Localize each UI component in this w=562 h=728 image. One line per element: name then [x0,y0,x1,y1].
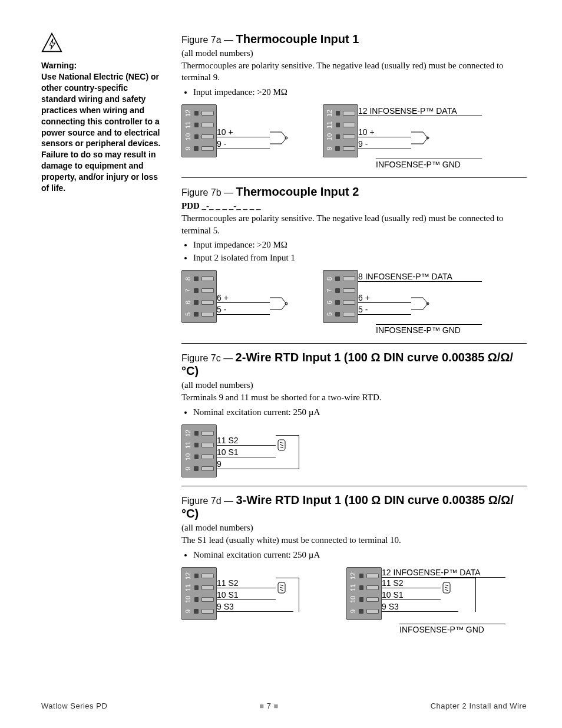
diagram-left: 12 11 10 9 11 S2 10 S1 9 [181,424,323,477]
diagram-right: 12 11 10 9 12 INFOSENSE-P™ DATA 11 S2 10… [346,567,523,638]
diagram-left: 8 7 6 5 6 + 5 - [181,270,299,335]
figure-caption: Figure 7a — Thermocouple Input 1 [181,32,527,46]
terminal-block: 12 11 10 9 [181,567,217,638]
figure-note: Terminals 9 and 11 must be shorted for a… [181,391,527,403]
figure-subtitle: (all model numbers) [181,48,527,58]
model-code: PDD _-_ _ _ _-_ _ _ _ [181,201,527,211]
figure-7b: Figure 7b — Thermocouple Input 2 PDD _-_… [181,185,527,335]
warning-heading: Warning: [41,61,165,70]
figure-7d: Figure 7d — 3-Wire RTD Input 1 (100 Ω DI… [181,493,527,638]
thermocouple-icon [270,295,293,312]
warning-text: Use National Electric (NEC) or other cou… [41,71,165,194]
terminal-block: 12 11 10 9 [181,424,217,477]
spec-list: Input impedance: >20 MΩ Input 2 isolated… [181,239,527,265]
hazard-icon [41,32,62,54]
section-divider [181,343,527,344]
main-content: Figure 7a — Thermocouple Input 1 (all mo… [181,32,527,646]
wiring-diagrams: 12 11 10 9 10 + 9 - [181,104,527,169]
figure-7a: Figure 7a — Thermocouple Input 1 (all mo… [181,32,527,169]
wiring-diagrams: 12 11 10 9 11 S2 10 S1 9 S3 [181,567,527,638]
thermocouple-icon [411,129,435,147]
figure-note: Thermocouples are polarity sensitive. Th… [181,212,527,236]
page-footer: Watlow Series PD 7 Chapter 2 Install and… [41,701,527,710]
terminal-block: 8 7 6 5 [323,270,358,335]
figure-caption: Figure 7d — 3-Wire RTD Input 1 (100 Ω DI… [181,493,527,521]
spec-item: Input impedance: >20 MΩ [193,86,527,99]
diagram-left: 12 11 10 9 11 S2 10 S1 9 S3 [181,567,323,638]
spec-list: Nominal excitation current: 250 µA [181,549,527,562]
spec-list: Nominal excitation current: 250 µA [181,406,527,419]
page-number: 7 [259,701,279,710]
terminal-block: 12 11 10 9 [181,104,217,169]
diagram-left: 12 11 10 9 10 + 9 - [181,104,299,169]
spec-item: Nominal excitation current: 250 µA [193,549,527,562]
figure-caption: Figure 7b — Thermocouple Input 2 [181,185,527,199]
terminal-block: 8 7 6 5 [181,270,217,335]
figure-note: Thermocouples are polarity sensitive. Th… [181,60,527,84]
diagram-right: 8 7 6 5 8 INFOSENSE-P™ DATA 6 + 5 - INFO… [323,270,494,335]
diagram-right: 12 11 10 9 12 INFOSENSE-P™ DATA 10 + 9 -… [323,104,494,169]
terminal-block: 12 11 10 9 [346,567,382,638]
spec-item: Input impedance: >20 MΩ [193,239,527,252]
section-divider [181,486,527,486]
svg-marker-0 [42,34,61,52]
figure-note: The S1 lead (usually white) must be conn… [181,534,527,546]
wiring-diagrams: 12 11 10 9 11 S2 10 S1 9 [181,424,527,477]
footer-right: Chapter 2 Install and Wire [431,701,527,710]
terminal-block: 12 11 10 9 [323,104,358,169]
figure-subtitle: (all model numbers) [181,523,527,533]
sidebar: Warning: Use National Electric (NEC) or … [41,32,165,646]
figure-caption: Figure 7c — 2-Wire RTD Input 1 (100 Ω DI… [181,351,527,378]
wiring-diagrams: 8 7 6 5 6 + 5 - 8 7 6 [181,270,527,335]
spec-list: Input impedance: >20 MΩ [181,86,527,99]
section-divider [181,177,527,178]
spec-item: Nominal excitation current: 250 µA [193,406,527,419]
footer-left: Watlow Series PD [41,701,107,710]
spec-item: Input 2 isolated from Input 1 [193,252,527,265]
thermocouple-icon [411,295,435,312]
thermocouple-icon [270,129,293,147]
figure-subtitle: (all model numbers) [181,380,527,390]
figure-7c: Figure 7c — 2-Wire RTD Input 1 (100 Ω DI… [181,351,527,477]
